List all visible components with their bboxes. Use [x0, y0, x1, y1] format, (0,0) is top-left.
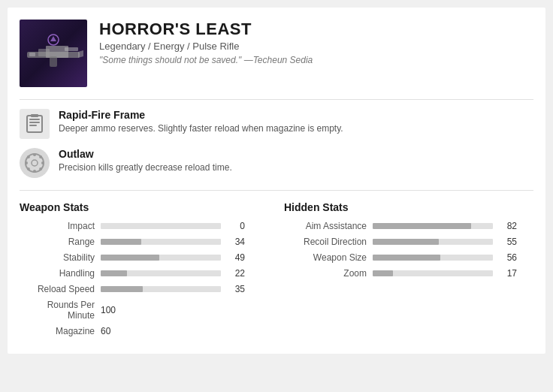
weapon-subtitle: Legendary / Energy / Pulse Rifle — [99, 41, 533, 52]
stat-recoil-direction-bar — [373, 239, 493, 245]
stat-reload-speed-label: Reload Speed — [20, 284, 95, 294]
svg-point-18 — [25, 161, 28, 164]
svg-rect-13 — [31, 114, 38, 117]
stat-reload-speed-bar — [101, 286, 221, 292]
stat-stability-label: Stability — [20, 252, 95, 263]
weapon-image — [20, 20, 87, 87]
stat-aim-assistance: Aim Assistance 82 — [284, 221, 533, 231]
stat-magazine: Magazine 60 — [20, 326, 269, 336]
stat-zoom: Zoom 17 — [284, 268, 533, 279]
rapid-fire-frame-icon — [20, 109, 50, 139]
stat-magazine-label: Magazine — [20, 326, 95, 336]
svg-point-15 — [32, 160, 38, 166]
stat-recoil-direction: Recoil Direction 55 — [284, 237, 533, 247]
stat-aim-assistance-label: Aim Assistance — [284, 221, 367, 231]
perk-rapid-fire-frame: Rapid-Fire Frame Deeper ammo reserves. S… — [20, 109, 533, 139]
weapon-stats-group: Weapon Stats Impact 0 Range 34 Stability — [20, 201, 269, 342]
stat-stability-fill — [101, 255, 159, 261]
svg-rect-12 — [29, 125, 37, 126]
svg-point-17 — [33, 170, 36, 173]
stat-zoom-label: Zoom — [284, 268, 367, 279]
svg-rect-10 — [29, 119, 40, 120]
outlaw-desc: Precision kills greatly decrease reload … — [59, 161, 533, 174]
svg-rect-2 — [38, 49, 50, 56]
stat-rpm-label: Rounds Per Minute — [20, 300, 95, 321]
perk-outlaw: Outlaw Precision kills greatly decrease … — [20, 148, 533, 178]
stat-zoom-bar — [373, 270, 493, 276]
svg-marker-8 — [50, 36, 56, 41]
rapid-fire-frame-text: Rapid-Fire Frame Deeper ammo reserves. S… — [59, 109, 533, 135]
outlaw-icon — [20, 148, 50, 178]
svg-point-22 — [39, 155, 42, 158]
weapon-card: HORROR'S LEAST Legendary / Energy / Puls… — [8, 8, 545, 354]
stat-stability-bar — [101, 255, 221, 261]
stat-reload-speed: Reload Speed 35 — [20, 284, 269, 294]
svg-point-20 — [27, 155, 30, 158]
stat-weapon-size-label: Weapon Size — [284, 252, 367, 263]
perks-section: Rapid-Fire Frame Deeper ammo reserves. S… — [20, 99, 533, 178]
stat-rpm-value: 100 — [101, 305, 116, 315]
svg-marker-6 — [78, 50, 83, 58]
stat-impact-value: 0 — [227, 221, 245, 231]
stat-handling-bar — [101, 270, 221, 276]
stat-handling: Handling 22 — [20, 268, 269, 279]
stat-range-value: 34 — [227, 237, 245, 247]
svg-rect-5 — [29, 53, 35, 56]
stat-zoom-value: 17 — [499, 268, 517, 279]
stat-impact-bar — [101, 223, 221, 229]
stats-section: Weapon Stats Impact 0 Range 34 Stability — [20, 190, 533, 342]
stat-weapon-size-value: 56 — [499, 252, 517, 263]
stat-reload-speed-fill — [101, 286, 143, 292]
stat-range-label: Range — [20, 237, 95, 247]
stat-range-bar — [101, 239, 221, 245]
stat-recoil-direction-value: 55 — [499, 237, 517, 247]
stat-reload-speed-value: 35 — [227, 284, 245, 294]
svg-rect-9 — [27, 116, 42, 132]
stat-magazine-value: 60 — [101, 326, 110, 336]
svg-rect-4 — [50, 56, 57, 67]
stat-recoil-direction-label: Recoil Direction — [284, 237, 367, 247]
stat-handling-value: 22 — [227, 268, 245, 279]
stat-aim-assistance-bar — [373, 223, 493, 229]
hidden-stats-title: Hidden Stats — [284, 201, 533, 213]
stat-stability: Stability 49 — [20, 252, 269, 263]
stat-aim-assistance-fill — [373, 223, 471, 229]
svg-point-21 — [39, 167, 42, 170]
svg-point-19 — [41, 161, 44, 164]
rapid-fire-frame-name: Rapid-Fire Frame — [59, 109, 533, 121]
stat-weapon-size: Weapon Size 56 — [284, 252, 533, 263]
stat-weapon-size-fill — [373, 255, 440, 261]
svg-rect-11 — [29, 122, 40, 123]
weapon-quote: "Some things should not be saved." —Tech… — [99, 55, 533, 65]
stat-handling-label: Handling — [20, 268, 95, 279]
stat-weapon-size-bar — [373, 255, 493, 261]
stat-range-fill — [101, 239, 141, 245]
stat-impact-label: Impact — [20, 221, 95, 231]
weapon-stats-title: Weapon Stats — [20, 201, 269, 213]
svg-rect-3 — [65, 47, 78, 51]
rapid-fire-frame-desc: Deeper ammo reserves. Slightly faster re… — [59, 122, 533, 135]
svg-point-23 — [27, 167, 30, 170]
stat-handling-fill — [101, 270, 127, 276]
stat-stability-value: 49 — [227, 252, 245, 263]
weapon-header-text: HORROR'S LEAST Legendary / Energy / Puls… — [99, 20, 533, 65]
stat-rounds-per-minute: Rounds Per Minute 100 — [20, 300, 269, 321]
stat-range: Range 34 — [20, 237, 269, 247]
stat-recoil-direction-fill — [373, 239, 439, 245]
stat-zoom-fill — [373, 270, 393, 276]
outlaw-name: Outlaw — [59, 148, 533, 160]
weapon-name: HORROR'S LEAST — [99, 20, 533, 39]
stat-aim-assistance-value: 82 — [499, 221, 517, 231]
stat-impact: Impact 0 — [20, 221, 269, 231]
weapon-header: HORROR'S LEAST Legendary / Energy / Puls… — [20, 20, 533, 87]
hidden-stats-group: Hidden Stats Aim Assistance 82 Recoil Di… — [284, 201, 533, 342]
outlaw-text: Outlaw Precision kills greatly decrease … — [59, 148, 533, 174]
svg-point-16 — [33, 153, 36, 156]
